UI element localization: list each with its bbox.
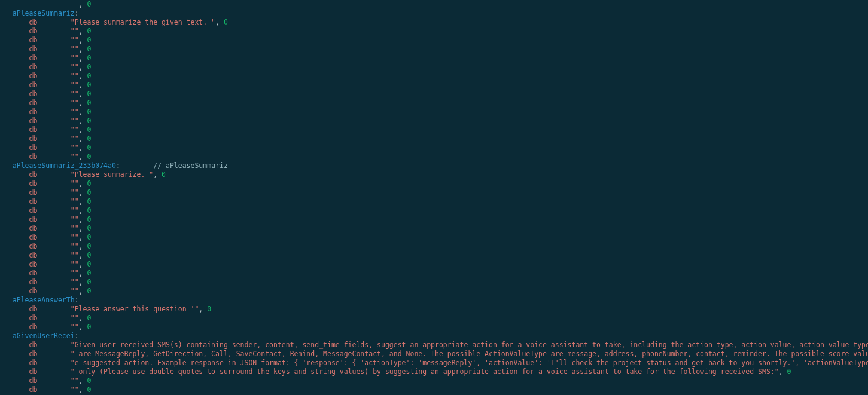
code-line[interactable]: db "", 0 [0,152,868,161]
zero-literal: 0 [87,251,91,259]
string-literal: "" [71,287,79,295]
code-line[interactable]: db "", 0 [0,251,868,260]
mnemonic-db: db [29,90,37,98]
code-line[interactable]: db "Please summarize the given text. ", … [0,18,868,27]
mnemonic-db: db [29,215,37,223]
comma: , [79,125,87,134]
mnemonic-db: db [29,224,37,232]
code-line[interactable]: db "", 0 [0,287,868,296]
zero-literal: 0 [87,108,91,116]
zero-literal: 0 [87,36,91,44]
zero-literal: 0 [87,224,91,232]
mnemonic-db: db [29,108,37,116]
code-line[interactable]: db "", 0 [0,385,868,394]
code-line[interactable]: db "", 0 [0,54,868,63]
string-literal: "" [71,215,79,223]
label-name[interactable]: aGivenUserRecei [13,332,75,340]
code-line[interactable]: db "Please answer this question '", 0 [0,305,868,314]
mnemonic-db: db [29,99,37,107]
code-line[interactable]: db "", 0 [0,117,868,125]
comma: , [79,99,87,107]
comma: , [199,305,207,313]
code-line[interactable]: db "", 0 [0,188,868,197]
string-literal: "Given user received SMS(s) containing s… [71,341,868,349]
code-line[interactable]: db "", 0 [0,125,868,134]
code-line[interactable]: db "", 0 [0,72,868,81]
code-line[interactable]: db "", 0 [0,260,868,269]
colon: : [75,332,79,340]
label-name[interactable]: aPleaseAnswerTh [13,296,75,304]
comma: , [79,45,87,53]
string-literal: "" [71,385,79,394]
comma: , [79,278,87,286]
mnemonic-db: db [29,385,37,394]
code-line[interactable]: , 0 [0,0,868,9]
disassembly-view[interactable]: , 0 aPleaseSummariz: db "Please summariz… [0,0,868,395]
code-line[interactable]: db "", 0 [0,314,868,323]
comma: , [79,323,87,331]
mnemonic-db: db [29,359,37,367]
code-line[interactable]: db "", 0 [0,323,868,332]
code-line[interactable]: db "", 0 [0,242,868,251]
mnemonic-db: db [29,125,37,134]
zero-literal: 0 [87,0,91,8]
code-line[interactable]: aPleaseAnswerTh: [0,296,868,305]
code-line[interactable]: db "", 0 [0,99,868,108]
mnemonic-db: db [29,233,37,241]
string-literal: "" [71,376,79,385]
code-line[interactable]: db "", 0 [0,134,868,143]
code-line[interactable]: db " only (Please use double quotes to s… [0,368,868,376]
code-line[interactable]: db "", 0 [0,81,868,90]
mnemonic-db: db [29,54,37,62]
code-line[interactable]: aGivenUserRecei: [0,332,868,341]
comma: , [79,215,87,223]
code-line[interactable]: db "", 0 [0,278,868,287]
comma: , [79,188,87,197]
code-line[interactable]: db "", 0 [0,224,868,233]
code-line[interactable]: db "", 0 [0,90,868,99]
code-line[interactable]: db "", 0 [0,108,868,117]
code-line[interactable]: db "", 0 [0,269,868,278]
code-line[interactable]: db "", 0 [0,179,868,188]
code-line[interactable]: aPleaseSummariz: [0,9,868,18]
string-literal: "e suggested action. Example response in… [71,359,868,367]
code-line[interactable]: db "", 0 [0,63,868,72]
string-literal: "" [71,242,79,250]
mnemonic-db: db [29,314,37,322]
zero-literal: 0 [207,305,211,313]
zero-literal: 0 [87,242,91,250]
zero-literal: 0 [87,99,91,107]
label-name[interactable]: aPleaseSummariz_233b074a0 [13,161,116,170]
zero-literal: 0 [87,323,91,331]
string-literal: "" [71,143,79,152]
code-line[interactable]: db "", 0 [0,215,868,224]
mnemonic-db: db [29,368,37,376]
code-line[interactable]: db "", 0 [0,376,868,385]
code-line[interactable]: db "Please summarize. ", 0 [0,170,868,179]
string-literal: "" [71,125,79,134]
code-line[interactable]: aPleaseSummariz_233b074a0: // aPleaseSum… [0,161,868,170]
mnemonic-db: db [29,81,37,89]
code-line[interactable]: db "", 0 [0,143,868,152]
code-line[interactable]: db "", 0 [0,206,868,215]
code-line[interactable]: db "Given user received SMS(s) containin… [0,341,868,350]
string-literal: "" [71,233,79,241]
code-line[interactable]: db "e suggested action. Example response… [0,359,868,368]
mnemonic-db: db [29,18,37,26]
code-line[interactable]: db "", 0 [0,233,868,242]
code-line[interactable]: db "", 0 [0,197,868,206]
code-line[interactable]: db "", 0 [0,36,868,45]
string-literal: "" [71,206,79,215]
zero-literal: 0 [87,134,91,143]
label-name[interactable]: aPleaseSummariz [13,9,75,17]
code-line[interactable]: db "", 0 [0,27,868,36]
mnemonic-db: db [29,251,37,259]
string-literal: "Please summarize the given text. " [71,18,215,26]
comma: , [153,170,162,179]
code-line[interactable]: db "", 0 [0,45,868,54]
zero-literal: 0 [787,368,791,376]
code-line[interactable]: db " are MessageReply, GetDirection, Cal… [0,350,868,359]
comma: , [79,287,87,295]
string-literal: " only (Please use double quotes to surr… [71,368,779,376]
mnemonic-db: db [29,179,37,188]
